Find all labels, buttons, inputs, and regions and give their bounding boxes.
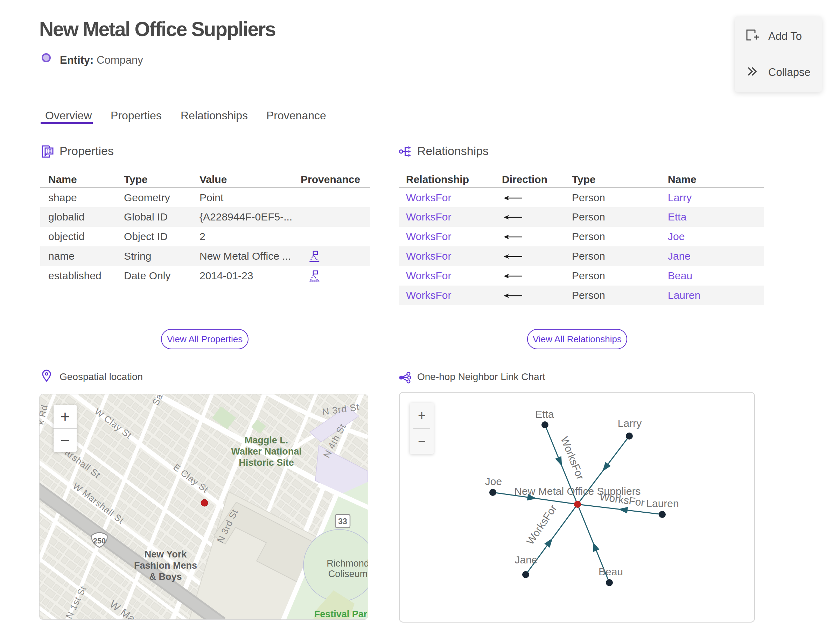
svg-text:WorksFor: WorksFor xyxy=(558,435,586,481)
svg-text:Larry: Larry xyxy=(618,418,641,429)
svg-text:Lauren: Lauren xyxy=(646,498,679,509)
svg-text:250: 250 xyxy=(93,536,106,545)
svg-text:33: 33 xyxy=(338,517,347,526)
svg-text:& Boys: & Boys xyxy=(149,571,181,582)
svg-text:Joe: Joe xyxy=(485,475,502,487)
svg-text:Walker National: Walker National xyxy=(231,446,302,457)
svg-text:Festival Park: Festival Park xyxy=(314,609,368,619)
svg-text:Coliseum: Coliseum xyxy=(328,569,368,579)
svg-text:New York: New York xyxy=(145,549,187,560)
svg-text:Beau: Beau xyxy=(598,566,623,577)
svg-text:Jane: Jane xyxy=(514,554,537,566)
svg-text:Fashion Mens: Fashion Mens xyxy=(134,560,197,571)
svg-text:Etta: Etta xyxy=(535,409,554,420)
svg-text:Maggle L.: Maggle L. xyxy=(245,435,288,445)
svg-text:WorksFor: WorksFor xyxy=(524,502,559,547)
svg-text:Richmond: Richmond xyxy=(326,558,368,569)
svg-text:Historic Site: Historic Site xyxy=(239,457,294,468)
